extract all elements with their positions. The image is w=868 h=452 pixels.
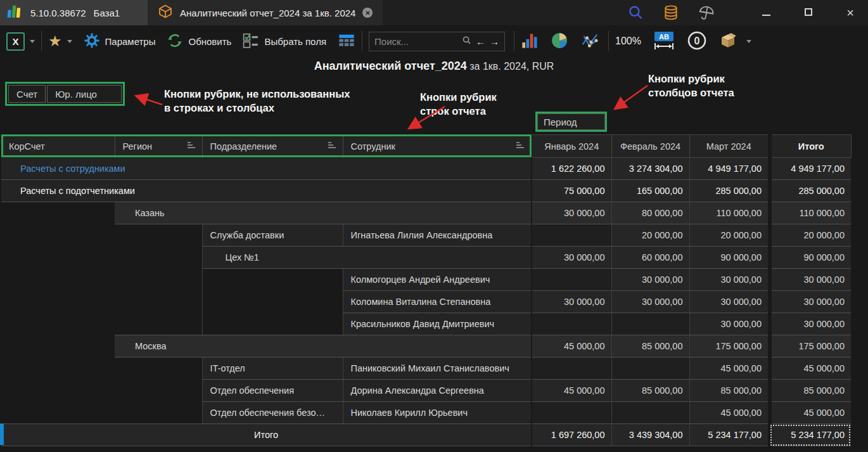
minimize-button[interactable]: [762, 7, 770, 18]
rubric-period-button[interactable]: Период: [535, 112, 607, 132]
umbrella-icon[interactable]: [698, 4, 715, 22]
favorites-button[interactable]: ★: [48, 34, 62, 49]
favorites-dropdown-caret[interactable]: [67, 40, 72, 43]
value-cell[interactable]: 60 000,00: [611, 247, 689, 269]
bar-chart-button[interactable]: [521, 32, 539, 51]
row-label-employee[interactable]: Паниковский Михаил Станиславович: [343, 358, 532, 380]
row-label-department[interactable]: IT-отдел: [202, 358, 343, 380]
value-cell[interactable]: 3 274 304,00: [611, 158, 689, 180]
zero-values-button[interactable]: 0: [687, 30, 707, 53]
value-cell[interactable]: 85 000,00: [689, 380, 770, 402]
rubric-schet-button[interactable]: Счет: [8, 85, 46, 103]
maximize-button[interactable]: [805, 7, 812, 18]
value-cell[interactable]: 20 000,00: [611, 224, 689, 247]
row-label-region[interactable]: Москва: [115, 335, 532, 358]
package-dropdown-caret[interactable]: [746, 40, 751, 43]
rubric-korschet-button[interactable]: КорСчет: [1, 135, 115, 158]
row-label-employee[interactable]: Игнатьева Лилия Александровна: [343, 224, 532, 247]
row-label-employee[interactable]: Коломина Виталина Степановна: [343, 291, 532, 313]
database-icon[interactable]: [662, 4, 680, 22]
row-label-department[interactable]: Отдел обеспечения: [202, 380, 343, 402]
value-cell[interactable]: 30 000,00: [532, 247, 611, 269]
value-cell[interactable]: 4 949 177,00: [689, 158, 770, 180]
row-label-employee[interactable]: Красильников Давид Дмитриевич: [343, 313, 532, 335]
value-cell[interactable]: 165 000,00: [611, 180, 689, 202]
select-fields-button[interactable]: Выбрать поля: [243, 32, 326, 51]
search-input[interactable]: [374, 36, 457, 47]
value-cell[interactable]: 285 000,00: [770, 180, 851, 202]
value-cell[interactable]: [532, 358, 611, 380]
value-cell[interactable]: 80 000,00: [611, 202, 689, 224]
search-next-button[interactable]: →: [490, 36, 499, 47]
value-cell[interactable]: 30 000,00: [611, 269, 689, 291]
value-cell[interactable]: 4 949 177,00: [770, 158, 851, 180]
pie-chart-button[interactable]: [550, 31, 569, 52]
column-header-february[interactable]: Февраль 2024: [611, 135, 689, 158]
column-header-march[interactable]: Март 2024: [689, 135, 770, 158]
search-submit-icon[interactable]: [462, 36, 471, 48]
value-cell[interactable]: [532, 402, 611, 424]
rubric-podrazdelenie-button[interactable]: Подразделение: [202, 135, 343, 158]
tab-close-button[interactable]: ✕: [362, 8, 373, 18]
value-cell[interactable]: 30 000,00: [689, 313, 770, 335]
value-cell[interactable]: 3 439 304,00: [611, 424, 689, 446]
value-cell[interactable]: 110 000,00: [770, 202, 851, 224]
line-chart-button[interactable]: [580, 31, 599, 52]
value-cell[interactable]: 1 622 260,00: [532, 158, 611, 180]
value-cell[interactable]: 75 000,00: [532, 180, 611, 202]
row-label-employee[interactable]: Николаев Кирилл Юрьевич: [343, 402, 532, 424]
parameters-button[interactable]: Параметры: [84, 32, 156, 51]
value-cell[interactable]: 85 000,00: [770, 380, 851, 402]
value-cell[interactable]: [611, 358, 689, 380]
value-cell[interactable]: 30 000,00: [770, 291, 851, 313]
sort-icon[interactable]: [328, 141, 336, 152]
close-button[interactable]: ×: [846, 6, 854, 19]
value-cell[interactable]: 90 000,00: [689, 247, 770, 269]
row-label-department[interactable]: Отдел обеспечения безо…: [202, 402, 343, 424]
row-label-account[interactable]: Расчеты с сотрудниками: [1, 158, 532, 180]
excel-dropdown-caret[interactable]: [30, 40, 35, 43]
table-view-button[interactable]: [338, 32, 355, 51]
value-cell[interactable]: [532, 269, 611, 291]
report-tab[interactable]: Аналитический отчет_2024 за 1кв. 2024 ✕: [148, 0, 383, 25]
value-cell[interactable]: 30 000,00: [611, 291, 689, 313]
package-button[interactable]: [718, 31, 737, 52]
value-cell[interactable]: 20 000,00: [770, 224, 851, 247]
value-cell[interactable]: 175 000,00: [770, 335, 851, 358]
value-cell[interactable]: 30 000,00: [532, 202, 611, 224]
value-cell[interactable]: 45 000,00: [689, 358, 770, 380]
row-label-account[interactable]: Расчеты с подотчетниками: [1, 180, 532, 202]
rubric-sotrudnik-button[interactable]: Сотрудник: [343, 135, 532, 158]
value-cell[interactable]: 110 000,00: [689, 202, 770, 224]
value-cell[interactable]: [532, 224, 611, 247]
row-label-region[interactable]: Казань: [115, 202, 532, 224]
value-cell[interactable]: 30 000,00: [532, 291, 611, 313]
value-cell[interactable]: 90 000,00: [770, 247, 851, 269]
rubric-yurlico-button[interactable]: Юр. лицо: [47, 85, 122, 103]
value-cell[interactable]: 5 234 177,00: [689, 424, 770, 446]
rubric-region-button[interactable]: Регион: [115, 135, 202, 158]
row-label-employee[interactable]: Дорина Александра Сергеевна: [343, 380, 532, 402]
excel-export-button[interactable]: X: [6, 32, 25, 51]
sort-icon[interactable]: [187, 141, 196, 152]
row-label-department[interactable]: Цех №1: [202, 247, 532, 269]
value-cell[interactable]: 285 000,00: [689, 180, 770, 202]
database-name[interactable]: База1: [94, 8, 120, 18]
value-cell[interactable]: 30 000,00: [770, 313, 851, 335]
value-cell[interactable]: 30 000,00: [770, 269, 851, 291]
value-cell[interactable]: 85 000,00: [611, 380, 689, 402]
value-cell[interactable]: 45 000,00: [689, 402, 770, 424]
value-cell[interactable]: 30 000,00: [689, 269, 770, 291]
total-row-label[interactable]: Итого: [1, 424, 532, 446]
search-prev-button[interactable]: ←: [476, 36, 485, 47]
value-cell[interactable]: 45 000,00: [532, 380, 611, 402]
selected-value-cell[interactable]: 5 234 177,00: [770, 424, 851, 446]
value-cell[interactable]: 20 000,00: [689, 224, 770, 247]
column-header-january[interactable]: Январь 2024: [532, 135, 611, 158]
zoom-level[interactable]: 100%: [615, 36, 641, 47]
column-width-button[interactable]: AB: [653, 30, 675, 53]
value-cell[interactable]: 30 000,00: [689, 291, 770, 313]
value-cell[interactable]: [611, 402, 689, 424]
value-cell[interactable]: [532, 313, 611, 335]
value-cell[interactable]: 45 000,00: [532, 335, 611, 358]
